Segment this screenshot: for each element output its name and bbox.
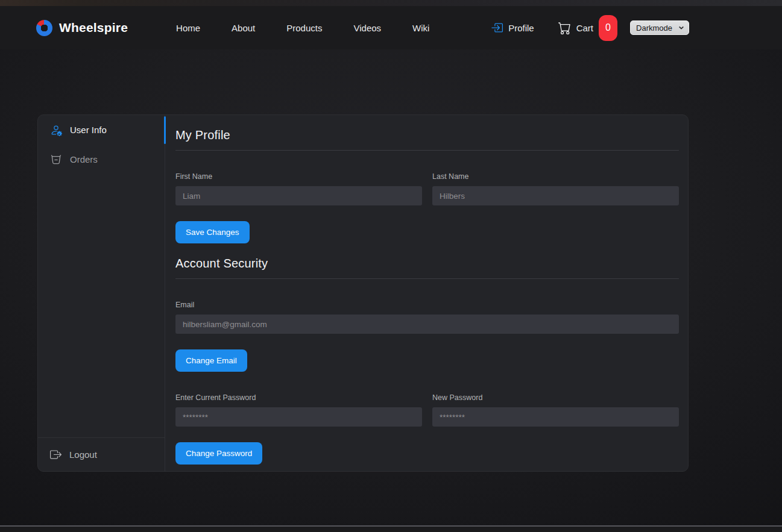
orders-basket-icon	[50, 154, 62, 166]
theme-mode-select[interactable]: Darkmode	[630, 20, 689, 35]
current-password-input[interactable]	[175, 407, 422, 427]
brand-name: Wheelspire	[59, 20, 128, 35]
change-password-button[interactable]: Change Password	[175, 442, 262, 465]
user-gear-icon	[50, 124, 62, 136]
current-password-field-group: Enter Current Password	[175, 393, 422, 427]
nav-links: Home About Products Videos Wiki	[176, 23, 429, 33]
account-security-title: Account Security	[175, 257, 679, 279]
profile-link[interactable]: Profile	[491, 22, 534, 34]
profile-link-label: Profile	[508, 23, 534, 33]
current-password-label: Enter Current Password	[175, 393, 422, 402]
nav-link-about[interactable]: About	[232, 23, 255, 33]
account-settings-card: User Info Orders Logout My Profile First…	[37, 114, 689, 472]
email-field-row: Email	[175, 301, 679, 334]
logout-button[interactable]: Logout	[38, 437, 165, 471]
new-password-label: New Password	[432, 393, 679, 402]
new-password-field-group: New Password	[432, 393, 679, 427]
sidebar-item-label: Orders	[70, 154, 98, 164]
nav-link-products[interactable]: Products	[286, 23, 322, 33]
change-email-button[interactable]: Change Email	[175, 349, 247, 372]
save-changes-button[interactable]: Save Changes	[175, 221, 250, 243]
nav-right-controls: Profile Cart 0 Darkmode	[491, 15, 689, 41]
first-name-input[interactable]	[175, 186, 422, 205]
theme-mode-value: Darkmode	[636, 23, 672, 33]
cart-link-label: Cart	[576, 23, 593, 33]
wheelspire-logo-icon	[36, 20, 52, 36]
nav-link-home[interactable]: Home	[176, 23, 200, 33]
first-name-field-group: First Name	[175, 172, 422, 205]
window-top-strip	[0, 0, 782, 6]
logout-icon	[50, 449, 61, 460]
last-name-field-group: Last Name	[432, 172, 679, 205]
password-fields-row: Enter Current Password New Password	[175, 393, 679, 427]
chevron-down-icon	[678, 25, 684, 31]
first-name-label: First Name	[175, 172, 422, 181]
login-icon	[491, 22, 503, 34]
cart-icon	[558, 22, 571, 34]
email-input[interactable]	[175, 315, 679, 334]
last-name-label: Last Name	[432, 172, 679, 181]
sidebar-item-orders[interactable]: Orders	[38, 145, 165, 174]
navbar: Wheelspire Home About Products Videos Wi…	[0, 6, 782, 49]
nav-link-wiki[interactable]: Wiki	[412, 23, 429, 33]
my-profile-title: My Profile	[175, 128, 679, 151]
last-name-input[interactable]	[432, 186, 679, 205]
logout-label: Logout	[69, 449, 97, 460]
sidebar-item-label: User Info	[70, 125, 107, 135]
settings-content: My Profile First Name Last Name Save Cha…	[165, 115, 688, 471]
email-field-group: Email	[175, 301, 679, 334]
name-fields-row: First Name Last Name	[175, 172, 679, 205]
account-sidebar: User Info Orders Logout	[38, 115, 165, 471]
sidebar-item-user-info[interactable]: User Info	[38, 115, 165, 145]
cart-count-badge: 0	[599, 15, 617, 41]
new-password-input[interactable]	[432, 407, 679, 427]
nav-link-videos[interactable]: Videos	[353, 23, 381, 33]
footer-strip	[0, 525, 782, 532]
brand[interactable]: Wheelspire	[36, 20, 128, 36]
cart-link[interactable]: Cart	[558, 22, 593, 34]
active-item-indicator	[164, 116, 166, 144]
sidebar-spacer	[38, 174, 165, 437]
email-label: Email	[175, 301, 679, 309]
